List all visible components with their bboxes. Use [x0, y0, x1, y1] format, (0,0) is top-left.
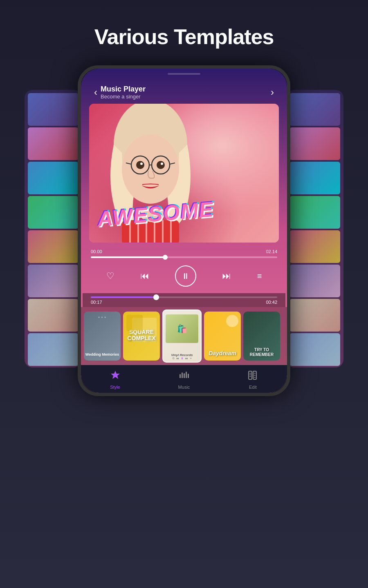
timeline-bar[interactable] — [91, 296, 277, 298]
progress-section: 00.00 02.14 — [81, 243, 287, 261]
heart-button[interactable]: ♡ — [106, 271, 114, 281]
nav-item-edit[interactable]: Edit — [247, 370, 258, 390]
side-thumb — [28, 93, 79, 126]
phone-notch — [81, 69, 287, 77]
timeline-end: 00:42 — [266, 300, 277, 305]
side-thumb — [28, 162, 79, 194]
svg-rect-21 — [182, 372, 183, 378]
svg-point-10 — [161, 163, 163, 165]
timeline-start: 00:17 — [91, 300, 102, 305]
svg-rect-25 — [249, 371, 252, 379]
templates-row: ♦ ♦ ♦ Wedding Memories SQUARECOMPLEX — [81, 307, 287, 365]
phone-wrapper: ‹ Music Player Become a singer › — [0, 65, 368, 396]
player-header: ‹ Music Player Become a singer › — [81, 77, 287, 104]
progress-bar[interactable] — [91, 256, 277, 258]
side-thumb — [28, 265, 79, 297]
side-thumb — [289, 333, 340, 366]
nav-item-style[interactable]: Style — [110, 370, 121, 390]
music-label: Music — [178, 385, 190, 390]
page-background: Various Templates — [0, 0, 368, 588]
side-thumb — [28, 230, 79, 263]
pause-button[interactable]: ⏸ — [175, 265, 196, 287]
template-wedding[interactable]: ♦ ♦ ♦ Wedding Memories — [84, 312, 121, 361]
next-button[interactable]: ⏭ — [222, 271, 231, 281]
svg-rect-22 — [184, 373, 185, 378]
player-title: Music Player — [101, 85, 267, 94]
svg-point-8 — [157, 161, 165, 169]
style-icon — [110, 370, 121, 383]
template-daydream-label: Daydream — [209, 350, 236, 356]
page-title: Various Templates — [8, 24, 360, 49]
side-thumb — [289, 127, 340, 160]
side-thumb — [289, 196, 340, 229]
player-controls: ♡ ⏮ ⏸ ⏭ ≡ — [81, 261, 287, 293]
svg-marker-19 — [111, 371, 120, 379]
player-title-block: Music Player Become a singer — [101, 85, 267, 100]
side-panel-left — [25, 90, 82, 368]
next-template-button[interactable]: › — [267, 87, 277, 98]
template-try-label: TRY TO REMEMBER — [243, 347, 280, 357]
side-thumb — [289, 230, 340, 263]
side-thumb — [28, 127, 79, 160]
edit-label: Edit — [249, 385, 257, 390]
template-vinyl-label: Vinyl Records — [163, 353, 201, 357]
edit-icon — [247, 370, 258, 383]
prev-template-button[interactable]: ‹ — [91, 87, 101, 98]
phone-inner: ‹ Music Player Become a singer › — [81, 69, 287, 393]
timeline-thumb[interactable] — [153, 294, 159, 300]
side-thumb — [28, 333, 79, 366]
side-thumb — [289, 162, 340, 194]
bottom-navigation: Style Music — [81, 365, 287, 393]
time-total: 02.14 — [266, 249, 277, 254]
phone-frame: ‹ Music Player Become a singer › — [78, 65, 290, 396]
style-label: Style — [110, 385, 120, 390]
header: Various Templates — [0, 0, 368, 61]
timeline-strip: 00:17 00:42 — [83, 293, 285, 307]
svg-point-1 — [122, 134, 179, 204]
side-thumb — [28, 299, 79, 332]
time-current: 00.00 — [91, 249, 102, 254]
side-thumb — [289, 299, 340, 332]
album-art: AWESOME — [89, 104, 279, 243]
side-panel-right — [286, 90, 343, 368]
svg-rect-24 — [188, 374, 189, 378]
side-thumb — [28, 196, 79, 229]
music-icon — [179, 370, 189, 383]
timeline-fill — [91, 296, 156, 298]
svg-point-7 — [136, 161, 144, 169]
template-vinyl-records[interactable]: 🛍️ Vinyl Records ⚙ ⏮ ⏸ ⏭ ≡ — [162, 310, 202, 363]
svg-point-9 — [140, 163, 143, 165]
svg-rect-23 — [186, 372, 187, 378]
template-daydream[interactable]: Daydream — [204, 312, 241, 361]
vinyl-mini-controls: ⚙ ⏮ ⏸ ⏭ ≡ — [163, 357, 201, 360]
progress-fill — [91, 256, 165, 258]
player-subtitle: Become a singer — [101, 94, 267, 100]
playlist-button[interactable]: ≡ — [257, 272, 262, 281]
nav-item-music[interactable]: Music — [178, 370, 190, 390]
time-display: 00.00 02.14 — [91, 249, 277, 254]
side-thumb — [289, 93, 340, 126]
template-try-to-remember[interactable]: TRY TO REMEMBER — [243, 312, 280, 361]
svg-rect-20 — [180, 374, 181, 378]
progress-thumb[interactable] — [163, 255, 168, 260]
prev-button[interactable]: ⏮ — [140, 271, 149, 281]
side-thumb — [289, 265, 340, 297]
template-square-complex[interactable]: SQUARECOMPLEX — [123, 312, 160, 361]
template-wedding-label: Wedding Memories — [85, 352, 119, 357]
timeline-times: 00:17 00:42 — [91, 300, 277, 305]
